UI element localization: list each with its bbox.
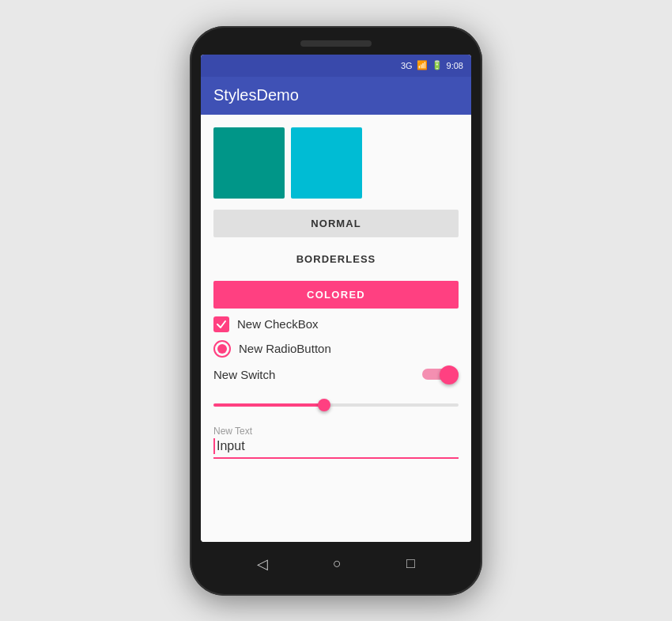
switch-label: New Switch xyxy=(213,368,275,381)
phone-speaker xyxy=(300,40,372,47)
screen-content: NORMAL BORDERLESS COLORED New CheckBox xyxy=(201,115,471,542)
signal-indicator: 3G xyxy=(401,61,413,70)
text-input-label: New Text xyxy=(213,426,459,437)
cyan-swatch xyxy=(291,127,362,199)
text-input-row[interactable]: Input xyxy=(213,438,459,459)
slider-fill xyxy=(213,403,324,407)
radio-row[interactable]: New RadioButton xyxy=(213,340,459,358)
text-input-section: New Text Input xyxy=(213,426,459,459)
dark-teal-swatch xyxy=(213,127,285,199)
status-icons: 3G 📶 🔋 9:08 xyxy=(401,60,463,70)
radio-circle[interactable] xyxy=(213,340,231,358)
app-bar: StylesDemo xyxy=(201,77,471,115)
phone-device: 3G 📶 🔋 9:08 StylesDemo NORMAL BORDERLESS… xyxy=(190,26,482,596)
status-bar: 3G 📶 🔋 9:08 xyxy=(201,55,471,77)
slider-track xyxy=(213,403,459,407)
radio-label: New RadioButton xyxy=(239,342,331,355)
clock-display: 9:08 xyxy=(447,61,463,70)
switch-row: New Switch xyxy=(213,365,459,384)
recents-button[interactable]: □ xyxy=(406,555,415,572)
slider-row[interactable] xyxy=(213,392,459,418)
color-swatches-row xyxy=(213,127,459,199)
normal-button[interactable]: NORMAL xyxy=(213,210,459,237)
back-button[interactable]: ◁ xyxy=(257,555,268,573)
battery-icon: 🔋 xyxy=(432,60,443,70)
checkbox-box[interactable] xyxy=(213,316,229,332)
toggle-thumb xyxy=(440,365,459,384)
toggle-switch[interactable] xyxy=(422,365,459,384)
home-button[interactable]: ○ xyxy=(333,555,342,572)
text-cursor xyxy=(213,438,215,454)
text-input-value[interactable]: Input xyxy=(217,439,245,453)
borderless-button[interactable]: BORDERLESS xyxy=(213,245,459,273)
app-title: StylesDemo xyxy=(213,86,299,104)
checkbox-label: New CheckBox xyxy=(237,317,319,331)
phone-screen: 3G 📶 🔋 9:08 StylesDemo NORMAL BORDERLESS… xyxy=(201,55,471,542)
nav-bar: ◁ ○ □ xyxy=(201,547,471,581)
checkbox-row[interactable]: New CheckBox xyxy=(213,316,459,332)
colored-button[interactable]: COLORED xyxy=(213,281,459,309)
radio-inner-dot xyxy=(217,344,227,354)
slider-thumb[interactable] xyxy=(318,399,330,411)
wifi-icon: 📶 xyxy=(417,60,428,70)
checkmark-icon xyxy=(216,319,227,330)
